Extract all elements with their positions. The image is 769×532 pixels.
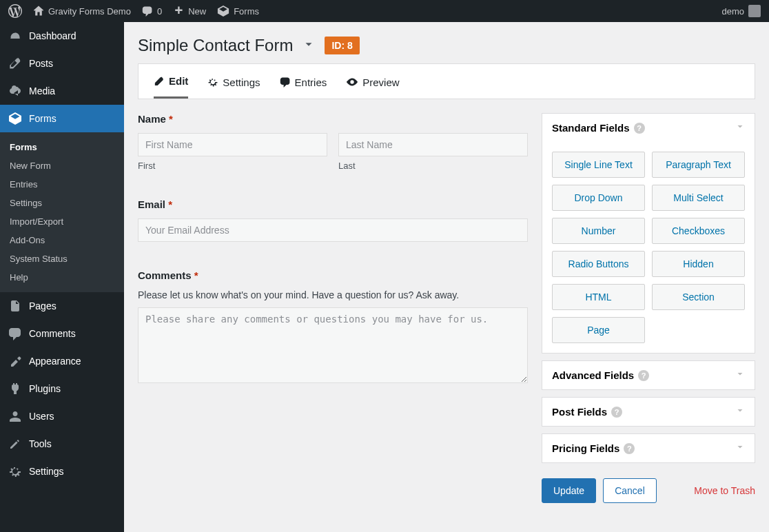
sidebar-item-settings[interactable]: Settings: [0, 458, 124, 485]
field-description: Please let us know what's on your mind. …: [138, 289, 528, 300]
user-menu[interactable]: demo: [721, 5, 761, 17]
field-name[interactable]: Name * First Last: [138, 113, 528, 171]
sidebar-item-appearance[interactable]: Appearance: [0, 347, 124, 375]
chevron-down-icon: [735, 406, 745, 418]
sidebar-item-label: Comments: [29, 328, 76, 339]
forms-submenu: Forms New Form Entries Settings Import/E…: [0, 132, 124, 292]
sidebar-item-label: Appearance: [29, 356, 81, 367]
field-type-number[interactable]: Number: [552, 218, 645, 244]
submenu-item-help[interactable]: Help: [0, 268, 124, 287]
new-content-link[interactable]: New: [173, 6, 206, 17]
sidebar-item-label: Plugins: [29, 383, 61, 394]
pricing-fields-header[interactable]: Pricing Fields ?: [542, 434, 755, 462]
last-name-input[interactable]: [338, 133, 528, 156]
field-type-multi-select[interactable]: Multi Select: [652, 185, 745, 211]
advanced-fields-header[interactable]: Advanced Fields ?: [542, 361, 755, 389]
tab-label: Preview: [362, 76, 399, 88]
forms-admin-link[interactable]: Forms: [217, 5, 259, 17]
comments-link[interactable]: 0: [142, 6, 162, 17]
field-type-page[interactable]: Page: [552, 317, 645, 343]
help-icon[interactable]: ?: [611, 407, 622, 418]
form-editor-canvas: Name * First Last Email *: [138, 113, 528, 503]
first-sublabel: First: [138, 161, 327, 171]
tab-settings[interactable]: Settings: [207, 64, 260, 99]
submenu-item-new-form[interactable]: New Form: [0, 156, 124, 175]
field-type-drop-down[interactable]: Drop Down: [552, 185, 645, 211]
tab-entries[interactable]: Entries: [280, 64, 327, 99]
form-action-row: Update Cancel Move to Trash: [542, 470, 755, 503]
field-label: Email *: [138, 198, 528, 210]
last-sublabel: Last: [338, 161, 528, 171]
required-indicator: *: [169, 113, 173, 125]
submenu-item-settings[interactable]: Settings: [0, 194, 124, 212]
sidebar-item-tools[interactable]: Tools: [0, 430, 124, 458]
content-area: Simple Contact Form ID: 8 Edit Settings …: [124, 22, 769, 532]
sidebar-item-label: Pages: [29, 300, 57, 311]
help-icon[interactable]: ?: [624, 443, 635, 454]
cancel-button[interactable]: Cancel: [603, 478, 657, 503]
submenu-item-forms[interactable]: Forms: [0, 138, 124, 156]
field-label: Comments *: [138, 269, 528, 281]
post-fields-panel: Post Fields ?: [542, 397, 755, 427]
advanced-fields-panel: Advanced Fields ?: [542, 360, 755, 390]
site-home-link[interactable]: Gravity Forms Demo: [33, 6, 131, 17]
field-email[interactable]: Email *: [138, 198, 528, 242]
submenu-item-import-export[interactable]: Import/Export: [0, 212, 124, 231]
sidebar-item-posts[interactable]: Posts: [0, 50, 124, 77]
submenu-item-addons[interactable]: Add-Ons: [0, 231, 124, 249]
post-fields-header[interactable]: Post Fields ?: [542, 398, 755, 426]
sidebar-item-plugins[interactable]: Plugins: [0, 375, 124, 402]
sidebar-item-users[interactable]: Users: [0, 402, 124, 430]
update-button[interactable]: Update: [542, 478, 596, 503]
submenu-item-entries[interactable]: Entries: [0, 175, 124, 194]
sidebar-item-label: Tools: [29, 438, 52, 449]
sidebar-item-dashboard[interactable]: Dashboard: [0, 22, 124, 50]
field-type-hidden[interactable]: Hidden: [652, 251, 745, 277]
field-type-html[interactable]: HTML: [552, 284, 645, 310]
tab-label: Entries: [295, 76, 327, 88]
tab-edit[interactable]: Edit: [154, 64, 188, 99]
sidebar-item-pages[interactable]: Pages: [0, 292, 124, 320]
tab-label: Edit: [169, 75, 188, 87]
field-type-paragraph-text[interactable]: Paragraph Text: [652, 152, 745, 178]
submenu-item-system-status[interactable]: System Status: [0, 249, 124, 268]
user-name-label: demo: [721, 6, 744, 17]
tab-preview[interactable]: Preview: [346, 64, 399, 99]
wordpress-logo[interactable]: [8, 4, 22, 18]
move-to-trash-link[interactable]: Move to Trash: [694, 485, 755, 496]
field-type-checkboxes[interactable]: Checkboxes: [652, 218, 745, 244]
first-name-input[interactable]: [138, 133, 327, 156]
sidebar-item-label: Users: [29, 411, 54, 422]
pricing-fields-panel: Pricing Fields ?: [542, 433, 755, 463]
field-comments[interactable]: Comments * Please let us know what's on …: [138, 269, 528, 385]
form-switcher-dropdown[interactable]: [303, 39, 315, 53]
sidebar-item-label: Settings: [29, 466, 64, 477]
required-indicator: *: [168, 198, 172, 210]
sidebar-item-media[interactable]: Media: [0, 77, 124, 105]
field-type-radio-buttons[interactable]: Radio Buttons: [552, 251, 645, 277]
standard-fields-header[interactable]: Standard Fields ?: [542, 114, 755, 142]
field-type-section[interactable]: Section: [652, 284, 745, 310]
page-title: Simple Contact Form: [138, 36, 293, 55]
forms-admin-label: Forms: [234, 6, 259, 17]
standard-fields-panel: Standard Fields ? Single Line Text Parag…: [542, 113, 755, 354]
site-name-label: Gravity Forms Demo: [48, 6, 131, 17]
form-tabs: Edit Settings Entries Preview: [138, 63, 755, 99]
field-type-single-line-text[interactable]: Single Line Text: [552, 152, 645, 178]
help-icon[interactable]: ?: [634, 123, 645, 134]
comments-textarea[interactable]: [138, 307, 528, 383]
chevron-down-icon: [735, 442, 745, 454]
sidebar-item-label: Forms: [29, 113, 57, 124]
sidebar-item-forms[interactable]: Forms: [0, 105, 124, 132]
chevron-down-icon: [735, 369, 745, 381]
help-icon[interactable]: ?: [638, 370, 649, 381]
sidebar-item-label: Posts: [29, 58, 53, 69]
sidebar-item-label: Dashboard: [29, 30, 76, 41]
email-input[interactable]: [138, 218, 528, 242]
page-header: Simple Contact Form ID: 8: [124, 22, 769, 63]
required-indicator: *: [194, 269, 198, 281]
new-label: New: [188, 6, 206, 17]
form-id-badge: ID: 8: [325, 37, 359, 54]
sidebar-item-label: Media: [29, 85, 55, 96]
sidebar-item-comments[interactable]: Comments: [0, 320, 124, 347]
